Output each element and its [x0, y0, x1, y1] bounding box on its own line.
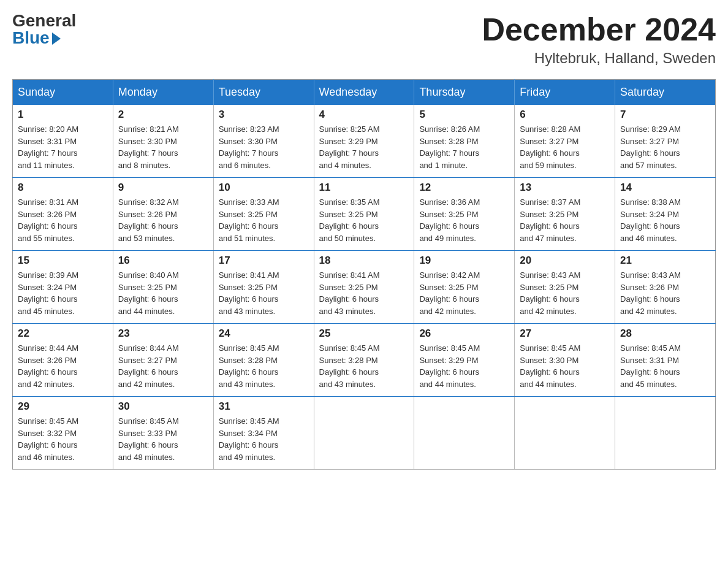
day-info: Sunrise: 8:37 AM Sunset: 3:25 PM Dayligh…	[520, 196, 610, 244]
day-info: Sunrise: 8:45 AM Sunset: 3:29 PM Dayligh…	[419, 342, 509, 390]
calendar-cell: 14Sunrise: 8:38 AM Sunset: 3:24 PM Dayli…	[615, 178, 716, 251]
day-info: Sunrise: 8:45 AM Sunset: 3:31 PM Dayligh…	[620, 342, 710, 390]
calendar-cell: 7Sunrise: 8:29 AM Sunset: 3:27 PM Daylig…	[615, 105, 716, 178]
logo: General Blue	[12, 12, 76, 47]
calendar-day-header-sunday: Sunday	[13, 80, 113, 105]
day-number: 14	[620, 182, 710, 194]
calendar-week-row: 29Sunrise: 8:45 AM Sunset: 3:32 PM Dayli…	[13, 397, 716, 470]
calendar-cell: 8Sunrise: 8:31 AM Sunset: 3:26 PM Daylig…	[13, 178, 113, 251]
calendar-cell: 2Sunrise: 8:21 AM Sunset: 3:30 PM Daylig…	[113, 105, 213, 178]
day-info: Sunrise: 8:38 AM Sunset: 3:24 PM Dayligh…	[620, 196, 710, 244]
day-number: 1	[18, 109, 108, 121]
calendar-cell: 16Sunrise: 8:40 AM Sunset: 3:25 PM Dayli…	[113, 251, 213, 324]
day-number: 20	[520, 255, 610, 267]
day-info: Sunrise: 8:33 AM Sunset: 3:25 PM Dayligh…	[219, 196, 309, 244]
calendar-cell: 17Sunrise: 8:41 AM Sunset: 3:25 PM Dayli…	[213, 251, 314, 324]
day-number: 16	[118, 255, 208, 267]
day-number: 23	[118, 327, 208, 340]
day-info: Sunrise: 8:20 AM Sunset: 3:31 PM Dayligh…	[18, 123, 108, 171]
day-info: Sunrise: 8:44 AM Sunset: 3:26 PM Dayligh…	[18, 342, 108, 390]
day-number: 7	[620, 109, 710, 121]
day-info: Sunrise: 8:45 AM Sunset: 3:28 PM Dayligh…	[319, 342, 409, 390]
day-number: 3	[219, 109, 309, 121]
day-info: Sunrise: 8:45 AM Sunset: 3:32 PM Dayligh…	[18, 415, 108, 463]
day-info: Sunrise: 8:23 AM Sunset: 3:30 PM Dayligh…	[219, 123, 309, 171]
calendar-cell: 6Sunrise: 8:28 AM Sunset: 3:27 PM Daylig…	[515, 105, 615, 178]
calendar-cell: 1Sunrise: 8:20 AM Sunset: 3:31 PM Daylig…	[13, 105, 113, 178]
calendar-week-row: 15Sunrise: 8:39 AM Sunset: 3:24 PM Dayli…	[13, 251, 716, 324]
day-number: 17	[219, 255, 309, 267]
page-header: General Blue December 2024 Hyltebruk, Ha…	[12, 12, 716, 67]
day-info: Sunrise: 8:21 AM Sunset: 3:30 PM Dayligh…	[118, 123, 208, 171]
day-number: 31	[219, 400, 309, 413]
day-number: 30	[118, 400, 208, 413]
calendar-cell: 15Sunrise: 8:39 AM Sunset: 3:24 PM Dayli…	[13, 251, 113, 324]
calendar-table: SundayMondayTuesdayWednesdayThursdayFrid…	[12, 79, 716, 470]
day-info: Sunrise: 8:25 AM Sunset: 3:29 PM Dayligh…	[319, 123, 409, 171]
calendar-cell: 24Sunrise: 8:45 AM Sunset: 3:28 PM Dayli…	[213, 324, 314, 397]
calendar-cell	[615, 397, 716, 470]
calendar-cell: 19Sunrise: 8:42 AM Sunset: 3:25 PM Dayli…	[414, 251, 515, 324]
day-number: 13	[520, 182, 610, 194]
calendar-cell: 4Sunrise: 8:25 AM Sunset: 3:29 PM Daylig…	[314, 105, 414, 178]
day-number: 4	[319, 109, 409, 121]
calendar-day-header-wednesday: Wednesday	[314, 80, 414, 105]
calendar-cell: 31Sunrise: 8:45 AM Sunset: 3:34 PM Dayli…	[213, 397, 314, 470]
calendar-week-row: 22Sunrise: 8:44 AM Sunset: 3:26 PM Dayli…	[13, 324, 716, 397]
calendar-week-row: 8Sunrise: 8:31 AM Sunset: 3:26 PM Daylig…	[13, 178, 716, 251]
calendar-day-header-thursday: Thursday	[414, 80, 515, 105]
day-number: 28	[620, 327, 710, 340]
day-info: Sunrise: 8:36 AM Sunset: 3:25 PM Dayligh…	[419, 196, 509, 244]
calendar-cell: 20Sunrise: 8:43 AM Sunset: 3:25 PM Dayli…	[515, 251, 615, 324]
calendar-cell: 3Sunrise: 8:23 AM Sunset: 3:30 PM Daylig…	[213, 105, 314, 178]
day-number: 5	[419, 109, 509, 121]
day-number: 19	[419, 255, 509, 267]
calendar-cell	[314, 397, 414, 470]
day-info: Sunrise: 8:35 AM Sunset: 3:25 PM Dayligh…	[319, 196, 409, 244]
calendar-cell: 21Sunrise: 8:43 AM Sunset: 3:26 PM Dayli…	[615, 251, 716, 324]
logo-general-text: General	[12, 12, 76, 29]
calendar-cell: 5Sunrise: 8:26 AM Sunset: 3:28 PM Daylig…	[414, 105, 515, 178]
day-number: 29	[18, 400, 108, 413]
day-number: 15	[18, 255, 108, 267]
calendar-cell: 10Sunrise: 8:33 AM Sunset: 3:25 PM Dayli…	[213, 178, 314, 251]
calendar-day-header-monday: Monday	[113, 80, 213, 105]
day-info: Sunrise: 8:45 AM Sunset: 3:33 PM Dayligh…	[118, 415, 208, 463]
calendar-cell: 13Sunrise: 8:37 AM Sunset: 3:25 PM Dayli…	[515, 178, 615, 251]
calendar-cell: 30Sunrise: 8:45 AM Sunset: 3:33 PM Dayli…	[113, 397, 213, 470]
calendar-cell: 18Sunrise: 8:41 AM Sunset: 3:25 PM Dayli…	[314, 251, 414, 324]
day-number: 12	[419, 182, 509, 194]
logo-triangle-icon	[52, 33, 61, 45]
day-info: Sunrise: 8:41 AM Sunset: 3:25 PM Dayligh…	[219, 269, 309, 317]
day-number: 18	[319, 255, 409, 267]
calendar-week-row: 1Sunrise: 8:20 AM Sunset: 3:31 PM Daylig…	[13, 105, 716, 178]
day-number: 8	[18, 182, 108, 194]
calendar-cell: 23Sunrise: 8:44 AM Sunset: 3:27 PM Dayli…	[113, 324, 213, 397]
calendar-cell: 29Sunrise: 8:45 AM Sunset: 3:32 PM Dayli…	[13, 397, 113, 470]
day-number: 24	[219, 327, 309, 340]
day-info: Sunrise: 8:39 AM Sunset: 3:24 PM Dayligh…	[18, 269, 108, 317]
calendar-cell: 12Sunrise: 8:36 AM Sunset: 3:25 PM Dayli…	[414, 178, 515, 251]
calendar-day-header-saturday: Saturday	[615, 80, 716, 105]
day-number: 9	[118, 182, 208, 194]
day-info: Sunrise: 8:40 AM Sunset: 3:25 PM Dayligh…	[118, 269, 208, 317]
location-title: Hyltebruk, Halland, Sweden	[482, 50, 716, 67]
day-number: 2	[118, 109, 208, 121]
calendar-cell: 25Sunrise: 8:45 AM Sunset: 3:28 PM Dayli…	[314, 324, 414, 397]
calendar-cell: 22Sunrise: 8:44 AM Sunset: 3:26 PM Dayli…	[13, 324, 113, 397]
day-number: 21	[620, 255, 710, 267]
day-number: 11	[319, 182, 409, 194]
day-info: Sunrise: 8:42 AM Sunset: 3:25 PM Dayligh…	[419, 269, 509, 317]
day-info: Sunrise: 8:44 AM Sunset: 3:27 PM Dayligh…	[118, 342, 208, 390]
day-info: Sunrise: 8:43 AM Sunset: 3:26 PM Dayligh…	[620, 269, 710, 317]
day-number: 22	[18, 327, 108, 340]
calendar-cell: 27Sunrise: 8:45 AM Sunset: 3:30 PM Dayli…	[515, 324, 615, 397]
calendar-cell	[515, 397, 615, 470]
calendar-day-header-tuesday: Tuesday	[213, 80, 314, 105]
title-section: December 2024 Hyltebruk, Halland, Sweden	[482, 12, 716, 67]
day-number: 27	[520, 327, 610, 340]
calendar-day-header-friday: Friday	[515, 80, 615, 105]
month-title: December 2024	[482, 12, 716, 47]
day-info: Sunrise: 8:26 AM Sunset: 3:28 PM Dayligh…	[419, 123, 509, 171]
day-info: Sunrise: 8:41 AM Sunset: 3:25 PM Dayligh…	[319, 269, 409, 317]
